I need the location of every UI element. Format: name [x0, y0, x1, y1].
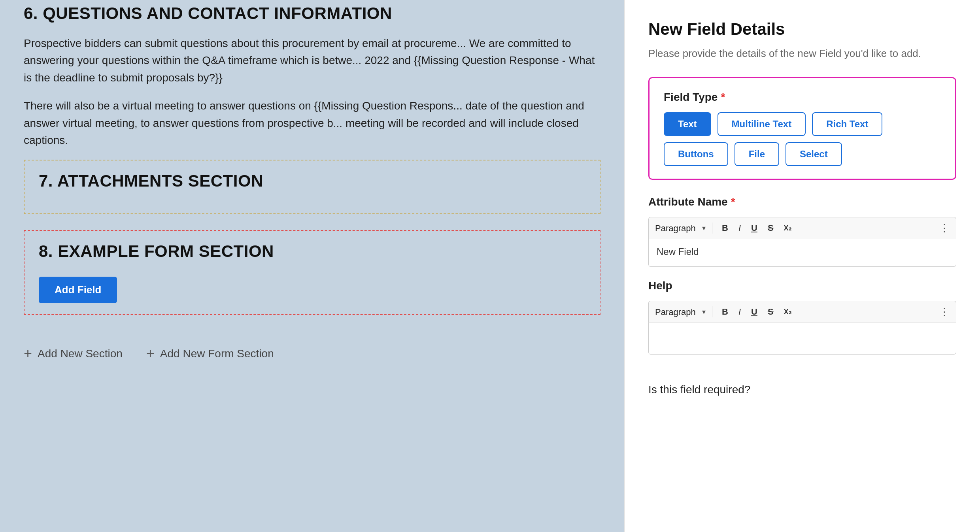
attribute-name-bold-button[interactable]: B: [719, 221, 731, 235]
field-type-label: Field Type *: [664, 91, 941, 104]
panel-subtitle: Please provide the details of the new Fi…: [648, 46, 956, 61]
section7-heading: 7. ATTACHMENTS SECTION: [39, 172, 585, 191]
add-new-form-section-action[interactable]: + Add New Form Section: [146, 345, 274, 362]
help-more-button[interactable]: ⋮: [939, 306, 950, 318]
attribute-name-strikethrough-button[interactable]: S: [765, 221, 777, 235]
section6-heading: 6. QUESTIONS AND CONTACT INFORMATION: [24, 4, 600, 23]
field-type-multiline-button[interactable]: Multiline Text: [718, 112, 806, 136]
help-subscript-button[interactable]: X₂: [781, 306, 795, 318]
add-form-section-plus-icon: +: [146, 345, 155, 362]
field-type-text-button[interactable]: Text: [664, 112, 711, 136]
bottom-actions: + Add New Section + Add New Form Section: [24, 331, 600, 362]
help-italic-button[interactable]: I: [735, 305, 744, 319]
attribute-name-paragraph-select[interactable]: Paragraph: [655, 223, 704, 233]
attribute-name-required-star: *: [731, 196, 735, 208]
is-required-label: Is this field required?: [648, 383, 750, 396]
field-type-select-button[interactable]: Select: [786, 142, 842, 166]
section8-box: 8. EXAMPLE FORM SECTION Add Field: [24, 230, 600, 315]
section6-para2: There will also be a virtual meeting to …: [24, 97, 600, 149]
attribute-name-toolbar: Paragraph ▾ B I U S X₂ ⋮: [648, 217, 956, 239]
help-editor[interactable]: [648, 323, 956, 355]
add-form-section-label: Add New Form Section: [160, 347, 274, 360]
add-field-button[interactable]: Add Field: [39, 277, 117, 303]
right-panel: New Field Details Please provide the det…: [624, 0, 980, 532]
paragraph-chevron-icon: ▾: [702, 224, 706, 232]
section7-box: 7. ATTACHMENTS SECTION: [24, 160, 600, 214]
section8-heading: 8. EXAMPLE FORM SECTION: [39, 242, 585, 261]
add-section-label: Add New Section: [38, 347, 123, 360]
help-section: Help Paragraph ▾ B I U S X₂ ⋮: [648, 279, 956, 355]
panel-title: New Field Details: [648, 20, 956, 39]
field-type-file-button[interactable]: File: [735, 142, 779, 166]
attribute-name-editor[interactable]: New Field: [648, 239, 956, 267]
field-type-richtext-button[interactable]: Rich Text: [812, 112, 882, 136]
help-paragraph-select[interactable]: Paragraph: [655, 307, 704, 317]
add-section-plus-icon: +: [24, 345, 32, 362]
toolbar-separator-1: [712, 223, 712, 234]
attribute-name-italic-button[interactable]: I: [735, 221, 744, 235]
field-type-buttons: Text Multiline Text Rich Text Buttons Fi…: [664, 112, 941, 166]
help-strikethrough-button[interactable]: S: [765, 305, 777, 319]
attribute-name-subscript-button[interactable]: X₂: [781, 222, 795, 234]
field-type-required-star: *: [721, 91, 725, 104]
field-type-box: Field Type * Text Multiline Text Rich Te…: [648, 77, 956, 180]
field-type-buttons-button[interactable]: Buttons: [664, 142, 728, 166]
help-underline-button[interactable]: U: [748, 305, 761, 319]
help-label: Help: [648, 279, 956, 292]
attribute-name-underline-button[interactable]: U: [748, 221, 761, 235]
is-required-row: Is this field required?: [648, 383, 956, 396]
attribute-name-section: Attribute Name * Paragraph ▾ B I U S X₂ …: [648, 196, 956, 267]
add-new-section-action[interactable]: + Add New Section: [24, 345, 123, 362]
left-panel: 6. QUESTIONS AND CONTACT INFORMATION Pro…: [0, 0, 624, 532]
attribute-name-label: Attribute Name *: [648, 196, 956, 208]
help-toolbar: Paragraph ▾ B I U S X₂ ⋮: [648, 301, 956, 323]
section6-para1: Prospective bidders can submit questions…: [24, 35, 600, 86]
divider: [648, 369, 956, 369]
help-bold-button[interactable]: B: [719, 305, 731, 319]
help-paragraph-chevron-icon: ▾: [702, 308, 706, 316]
help-toolbar-separator: [712, 306, 712, 317]
attribute-name-more-button[interactable]: ⋮: [939, 222, 950, 234]
